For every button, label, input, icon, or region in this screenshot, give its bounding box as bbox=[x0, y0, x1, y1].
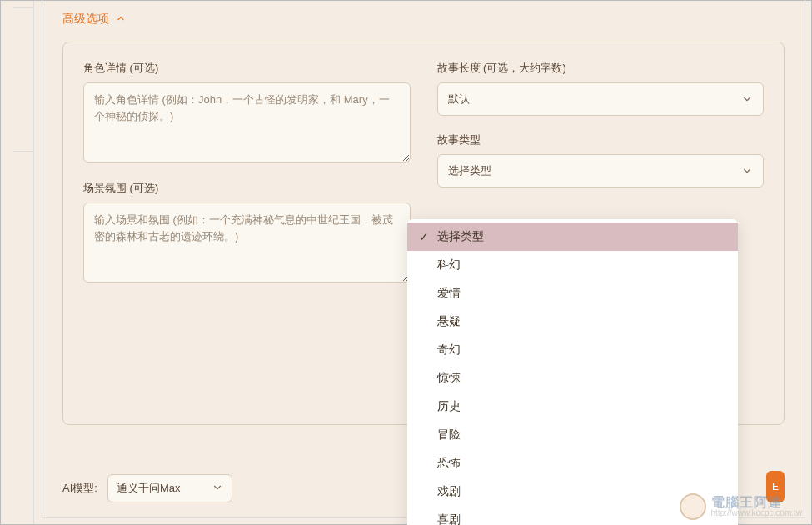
dropdown-item-label: 科幻 bbox=[437, 258, 461, 272]
dropdown-item-label: 历史 bbox=[437, 399, 461, 414]
story-length-value: 默认 bbox=[448, 92, 470, 107]
advanced-options-label: 高级选项 bbox=[62, 12, 109, 27]
watermark-url: http://www.kocpc.com.tw bbox=[711, 509, 802, 518]
chevron-up-icon bbox=[117, 15, 126, 23]
story-type-value: 选择类型 bbox=[448, 163, 491, 178]
model-select[interactable]: 通义千问Max bbox=[107, 474, 232, 502]
dropdown-item[interactable]: 奇幻 bbox=[407, 336, 738, 364]
model-value: 通义千问Max bbox=[117, 481, 181, 496]
advanced-options-toggle[interactable]: 高级选项 bbox=[62, 0, 785, 42]
dropdown-item-label: 悬疑 bbox=[437, 314, 461, 329]
scene-textarea[interactable] bbox=[83, 202, 411, 282]
character-label: 角色详情 (可选) bbox=[83, 61, 411, 76]
dropdown-item-label: 爱情 bbox=[437, 286, 461, 301]
story-length-label: 故事长度 (可选，大约字数) bbox=[437, 61, 765, 76]
dropdown-item-label: 冒险 bbox=[437, 428, 461, 442]
dropdown-item-label: 惊悚 bbox=[437, 371, 461, 386]
dropdown-item[interactable]: 悬疑 bbox=[407, 308, 738, 336]
dropdown-item[interactable]: 冒险 bbox=[407, 421, 738, 449]
sidebar-line bbox=[13, 151, 34, 152]
story-type-section: 故事类型 选择类型 bbox=[437, 132, 765, 188]
story-type-label: 故事类型 bbox=[437, 132, 765, 148]
dropdown-item-label: 戏剧 bbox=[437, 484, 461, 499]
watermark-title: 電腦王阿達 bbox=[711, 496, 802, 509]
dropdown-item[interactable]: 科幻 bbox=[407, 251, 738, 279]
scene-label: 场景氛围 (可选) bbox=[83, 181, 411, 196]
bottom-row: AI模型: 通义千问Max bbox=[62, 474, 232, 502]
dropdown-item[interactable]: 爱情 bbox=[407, 279, 738, 308]
chevron-down-icon bbox=[212, 482, 223, 496]
story-type-dropdown[interactable]: ✓选择类型科幻爱情悬疑奇幻惊悚历史冒险恐怖戏剧喜剧 bbox=[407, 219, 738, 525]
options-panel: 角色详情 (可选) 场景氛围 (可选) 故事长度 (可选，大约字数) 默认 故事… bbox=[62, 42, 785, 425]
dropdown-item-label: 奇幻 bbox=[437, 342, 461, 358]
model-label: AI模型: bbox=[62, 481, 97, 496]
dropdown-item-label: 恐怖 bbox=[437, 456, 461, 471]
left-column: 角色详情 (可选) 场景氛围 (可选) bbox=[83, 61, 411, 286]
chevron-down-icon bbox=[741, 165, 753, 177]
button-fragment: E bbox=[772, 481, 779, 492]
story-type-select[interactable]: 选择类型 bbox=[437, 154, 765, 188]
sidebar-line bbox=[13, 8, 34, 8]
watermark-text: 電腦王阿達 http://www.kocpc.com.tw bbox=[711, 496, 802, 518]
dropdown-item[interactable]: 历史 bbox=[407, 392, 738, 421]
watermark-face-icon bbox=[680, 493, 706, 520]
check-icon: ✓ bbox=[419, 230, 437, 243]
story-length-select[interactable]: 默认 bbox=[437, 82, 765, 116]
dropdown-item[interactable]: 恐怖 bbox=[407, 449, 738, 478]
character-textarea[interactable] bbox=[83, 82, 411, 162]
dropdown-item[interactable]: 惊悚 bbox=[407, 364, 738, 392]
dropdown-item[interactable]: ✓选择类型 bbox=[407, 222, 738, 251]
dropdown-item-label: 喜剧 bbox=[437, 512, 461, 525]
dropdown-item-label: 选择类型 bbox=[437, 229, 484, 244]
scene-section: 场景氛围 (可选) bbox=[83, 181, 411, 286]
main-area: 高级选项 角色详情 (可选) 场景氛围 (可选) 故事长度 (可选，大约字数) … bbox=[42, 0, 805, 518]
sidebar-stub bbox=[1, 1, 34, 524]
watermark: 電腦王阿達 http://www.kocpc.com.tw bbox=[680, 493, 802, 520]
chevron-down-icon bbox=[741, 93, 753, 105]
